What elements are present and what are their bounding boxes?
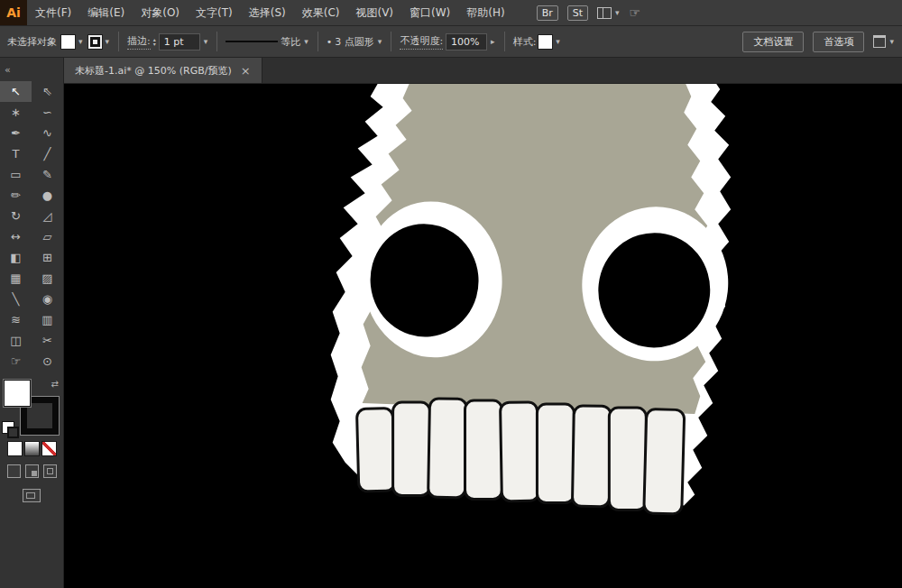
chevron-down-icon[interactable]: ▾ xyxy=(555,37,561,46)
menubar-item-5[interactable]: 效果(C) xyxy=(294,0,348,25)
menubar-item-2[interactable]: 对象(O) xyxy=(133,0,188,25)
chevron-down-icon: ▾ xyxy=(614,8,621,17)
draw-behind-button[interactable] xyxy=(25,464,39,478)
control-bar-right: 文档设置 首选项 ▾ xyxy=(742,32,895,52)
illustrator-window: Ai 文件(F)编辑(E)对象(O)文字(T)选择(S)效果(C)视图(V)窗口… xyxy=(0,0,902,588)
menubar-item-0[interactable]: 文件(F) xyxy=(27,0,79,25)
stepper-down-icon[interactable]: ▾ xyxy=(153,41,156,46)
slice-tool[interactable]: ✂ xyxy=(32,330,63,351)
gradient-button[interactable] xyxy=(25,442,39,455)
panel-arrow-icon[interactable]: ▸ xyxy=(490,37,496,46)
stroke-color-control[interactable]: ▾ xyxy=(88,35,111,49)
hand-tool[interactable]: ☞ xyxy=(0,351,32,372)
menubar-item-1[interactable]: 编辑(E) xyxy=(79,0,133,25)
chevron-down-icon[interactable]: ▾ xyxy=(377,37,383,46)
stroke-weight-control: 描边: ▴ ▾ 1 pt ▾ xyxy=(127,33,208,51)
document-tab[interactable]: 未标题-1.ai* @ 150% (RGB/预览) × xyxy=(64,58,262,83)
drawing-modes-row xyxy=(0,464,63,478)
mesh-tool[interactable]: ▦ xyxy=(0,268,32,289)
draw-normal-button[interactable] xyxy=(7,464,21,478)
zoom-tool[interactable]: ⊙ xyxy=(32,351,63,372)
blob-brush-tool[interactable]: ● xyxy=(32,185,63,206)
chevron-down-icon[interactable]: ▾ xyxy=(303,37,309,46)
collapse-panel-icon[interactable]: « xyxy=(5,64,11,76)
tools-panel-header: « xyxy=(0,58,63,81)
default-fill-stroke-icon[interactable] xyxy=(3,422,14,433)
brush-definition-control[interactable]: • 3 点圆形 ▾ xyxy=(327,35,383,49)
pen-tool[interactable]: ✒ xyxy=(0,123,32,143)
menu-items: 文件(F)编辑(E)对象(O)文字(T)选择(S)效果(C)视图(V)窗口(W)… xyxy=(27,0,513,25)
stroke-weight-stepper[interactable]: ▴ ▾ xyxy=(153,37,156,46)
fill-swatch[interactable] xyxy=(61,35,75,49)
free-transform-tool[interactable]: ▱ xyxy=(32,226,63,247)
rotate-tool[interactable]: ↻ xyxy=(0,206,32,226)
width-tool[interactable]: ↔ xyxy=(0,226,32,247)
brush-definition-value[interactable]: 3 点圆形 xyxy=(335,35,374,49)
control-bar: 未选择对象 ▾ ▾ 描边: ▴ ▾ 1 pt ▾ 等比 ▾ xyxy=(0,26,902,58)
preferences-button[interactable]: 首选项 xyxy=(813,32,864,52)
artboard-tool[interactable]: ◫ xyxy=(0,330,32,351)
menubar-item-3[interactable]: 文字(T) xyxy=(188,0,241,25)
menubar-item-8[interactable]: 帮助(H) xyxy=(458,0,512,25)
gradient-tool[interactable]: ▨ xyxy=(32,268,63,289)
canvas-area[interactable] xyxy=(64,84,902,588)
rectangle-tool[interactable]: ▭ xyxy=(0,164,32,185)
opacity-control: 不透明度: 100% ▸ xyxy=(400,33,495,51)
artwork-skull[interactable] xyxy=(64,84,902,588)
close-icon[interactable]: × xyxy=(241,65,251,77)
width-profile-control[interactable]: 等比 ▾ xyxy=(226,35,309,49)
symbol-sprayer-tool[interactable]: ≋ xyxy=(0,309,32,330)
line-segment-tool[interactable]: ╱ xyxy=(32,143,63,164)
workspace: « ↖⇖∗∽✒∿T╱▭✎✏●↻◿↔▱◧⊞▦▨╲◉≋▥◫✂☞⊙ ⇄ xyxy=(0,58,902,588)
screen-mode-button[interactable] xyxy=(23,489,41,502)
stroke-weight-value[interactable]: 1 pt xyxy=(159,33,200,51)
tools-panel: « ↖⇖∗∽✒∿T╱▭✎✏●↻◿↔▱◧⊞▦▨╲◉≋▥◫✂☞⊙ ⇄ xyxy=(0,58,64,588)
control-panel-menu[interactable]: ▾ xyxy=(873,35,895,48)
eyedropper-tool[interactable]: ╲ xyxy=(0,289,32,309)
scale-tool[interactable]: ◿ xyxy=(32,206,63,226)
opacity-label[interactable]: 不透明度: xyxy=(400,34,443,50)
swap-fill-stroke-icon[interactable]: ⇄ xyxy=(51,379,59,389)
chevron-down-icon[interactable]: ▾ xyxy=(105,37,111,46)
lasso-tool[interactable]: ∽ xyxy=(32,102,63,123)
magic-wand-tool[interactable]: ∗ xyxy=(0,102,32,123)
stroke-swatch[interactable] xyxy=(88,35,102,49)
tools-grid: ↖⇖∗∽✒∿T╱▭✎✏●↻◿↔▱◧⊞▦▨╲◉≋▥◫✂☞⊙ xyxy=(0,81,63,372)
none-button[interactable] xyxy=(42,442,56,455)
chevron-down-icon[interactable]: ▾ xyxy=(203,37,209,46)
menubar-item-6[interactable]: 视图(V) xyxy=(347,0,401,25)
style-swatch[interactable] xyxy=(538,35,552,49)
opacity-value[interactable]: 100% xyxy=(446,33,487,51)
selection-tool[interactable]: ↖ xyxy=(0,81,32,102)
style-label[interactable]: 样式: xyxy=(513,35,537,49)
blend-tool[interactable]: ◉ xyxy=(32,289,63,309)
workspace-switcher[interactable]: ▾ xyxy=(597,7,621,19)
fill-color-control[interactable]: ▾ xyxy=(61,35,84,49)
width-profile-value[interactable]: 等比 xyxy=(281,35,300,49)
teeth[interactable] xyxy=(356,399,684,514)
touch-workspace-icon[interactable]: ☞ xyxy=(630,5,641,20)
fill-color-box[interactable] xyxy=(5,381,30,406)
panel-icon xyxy=(873,35,886,48)
chevron-down-icon[interactable]: ▾ xyxy=(78,37,84,46)
curvature-tool[interactable]: ∿ xyxy=(32,123,63,143)
direct-selection-tool[interactable]: ⇖ xyxy=(32,81,63,102)
document-setup-button[interactable]: 文档设置 xyxy=(742,32,804,52)
style-control[interactable]: 样式: ▾ xyxy=(513,35,561,49)
stroke-weight-label[interactable]: 描边: xyxy=(127,34,151,50)
color-type-row xyxy=(0,442,63,455)
workspace-icon xyxy=(597,7,612,19)
menubar-item-7[interactable]: 窗口(W) xyxy=(401,0,458,25)
shape-builder-tool[interactable]: ◧ xyxy=(0,247,32,268)
color-button[interactable] xyxy=(8,442,22,455)
menu-bar: Ai 文件(F)编辑(E)对象(O)文字(T)选择(S)效果(C)视图(V)窗口… xyxy=(0,0,902,26)
pencil-tool[interactable]: ✏ xyxy=(0,185,32,206)
bridge-button[interactable]: Br xyxy=(537,5,558,21)
type-tool[interactable]: T xyxy=(0,143,32,164)
column-graph-tool[interactable]: ▥ xyxy=(32,309,63,330)
menubar-item-4[interactable]: 选择(S) xyxy=(241,0,294,25)
draw-inside-button[interactable] xyxy=(43,464,57,478)
paintbrush-tool[interactable]: ✎ xyxy=(32,164,63,185)
stock-button[interactable]: St xyxy=(567,5,588,21)
perspective-grid-tool[interactable]: ⊞ xyxy=(32,247,63,268)
